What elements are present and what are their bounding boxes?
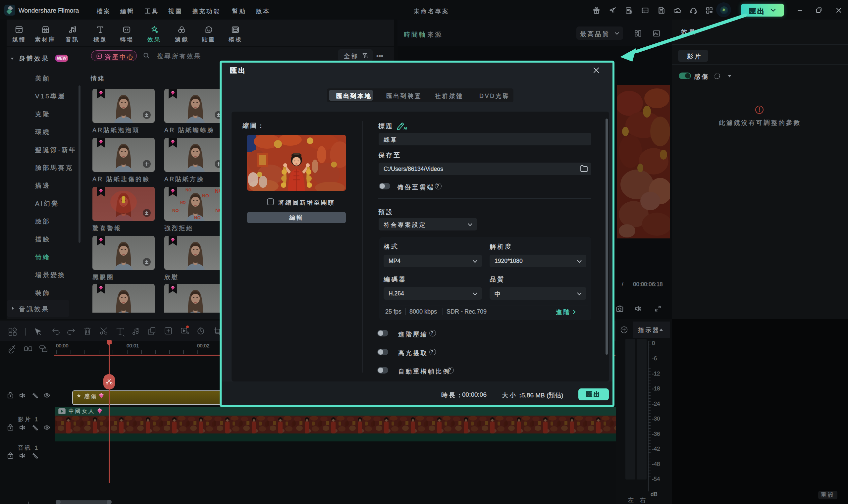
svg-text:AI: AI	[404, 126, 407, 130]
svg-text:NO: NO	[202, 193, 209, 198]
svg-text:NO: NO	[194, 215, 201, 220]
svg-text:NO: NO	[180, 200, 186, 204]
svg-text:NO: NO	[186, 188, 192, 192]
svg-text:NO: NO	[172, 208, 179, 213]
